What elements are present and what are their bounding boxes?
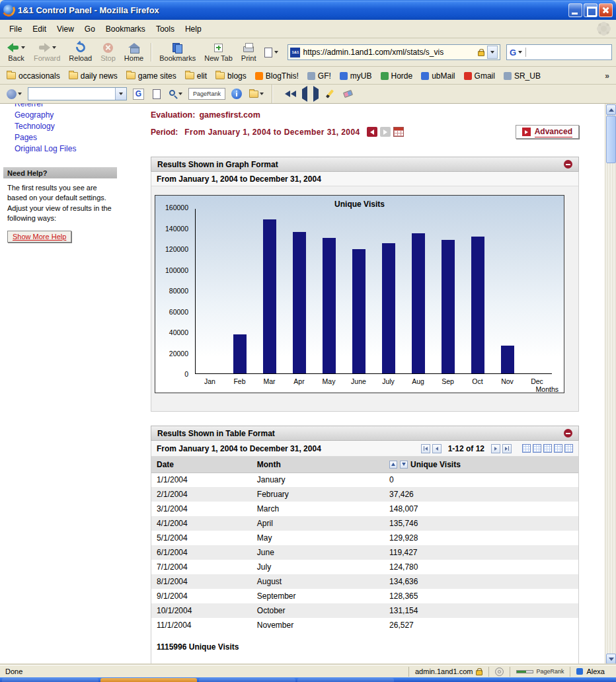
previous-period-button[interactable] <box>367 127 377 137</box>
sidebar-item-pages[interactable]: Pages <box>0 132 120 143</box>
next-period-button[interactable] <box>380 127 391 137</box>
sidebar-item-referrer[interactable]: Referrer <box>0 104 120 109</box>
last-page-button[interactable] <box>502 444 512 453</box>
proxy-status-icon[interactable] <box>495 667 504 676</box>
taskbar-button[interactable] <box>297 678 394 682</box>
pagerank-status[interactable]: PageRank <box>516 668 564 675</box>
menu-go[interactable]: Go <box>79 22 100 36</box>
home-button[interactable]: Home <box>121 39 147 65</box>
google-icon: G <box>133 89 144 100</box>
eraser-button[interactable] <box>341 87 354 101</box>
menu-help[interactable]: Help <box>180 22 207 36</box>
scroll-down-button[interactable] <box>606 654 616 664</box>
google-search-icon: G <box>510 48 516 57</box>
cell-date: 7/1/2004 <box>151 560 252 574</box>
menu-bookmarks[interactable]: Bookmarks <box>100 22 151 36</box>
vertical-scrollbar[interactable] <box>605 104 616 665</box>
scroll-up-button[interactable] <box>606 104 616 115</box>
menu-edit[interactable]: Edit <box>27 22 52 36</box>
extension-combobox[interactable] <box>28 87 127 100</box>
taskbar-button-active[interactable] <box>100 678 197 682</box>
column-header-month[interactable]: Month <box>252 457 384 473</box>
rewind-button[interactable] <box>302 89 307 98</box>
menu-tools[interactable]: Tools <box>151 22 180 36</box>
rewind-all-button[interactable] <box>285 91 296 97</box>
page-info-button[interactable] <box>150 87 163 101</box>
next-page-button[interactable] <box>491 444 500 453</box>
close-button[interactable] <box>599 3 613 17</box>
cell-month: January <box>252 473 384 487</box>
search-text-area[interactable] <box>525 48 609 57</box>
menu-view[interactable]: View <box>52 22 79 36</box>
bookmarks-button[interactable]: Bookmarks <box>156 39 199 65</box>
print-button[interactable]: Print <box>238 39 260 65</box>
bookmark-gf[interactable]: GF! <box>307 71 331 81</box>
period-line: Period: From January 1, 2004 to December… <box>151 127 579 137</box>
highlighter-button[interactable] <box>323 87 336 101</box>
forward-step-button[interactable] <box>313 89 319 98</box>
view-option-icon[interactable] <box>564 444 573 453</box>
column-header-visits[interactable]: Unique Visits <box>384 457 578 473</box>
bookmarks-toolbar: occasionalsdaily newsgame siteselitblogs… <box>0 67 616 85</box>
bar-slot <box>255 219 285 373</box>
table-row: 7/1/2004July124,780 <box>151 560 578 574</box>
collapse-table-button[interactable] <box>564 429 572 437</box>
chart-y-axis: 0200004000060000800001000001200001400001… <box>155 209 192 374</box>
sidebar-item-technology[interactable]: Technology <box>0 120 120 132</box>
bookmark-blogs[interactable]: blogs <box>215 71 247 81</box>
calendar-icon[interactable] <box>393 127 404 137</box>
collapse-graph-button[interactable] <box>564 160 572 169</box>
bookmark-gmail[interactable]: Gmail <box>464 71 495 81</box>
scrollbar-thumb[interactable] <box>606 116 616 163</box>
reload-button[interactable]: Reload <box>65 39 95 65</box>
forward-label: Forward <box>34 54 60 62</box>
sort-ascending-icon[interactable] <box>389 461 397 469</box>
previous-page-button[interactable] <box>432 444 442 453</box>
bookmark-sr-ub[interactable]: SR_UB <box>504 71 541 81</box>
bookmark-occasionals[interactable]: occasionals <box>7 71 60 81</box>
bookmark-elit[interactable]: elit <box>185 71 207 81</box>
bookmarks-overflow-chevron[interactable]: » <box>605 71 609 81</box>
sidebar-item-geography[interactable]: Geography <box>0 109 120 120</box>
bookmark-ubmail[interactable]: ubMail <box>421 71 455 81</box>
view-option-icon[interactable] <box>522 444 531 453</box>
search-engine-dropdown-icon[interactable] <box>518 51 522 54</box>
bar-slot <box>492 346 522 373</box>
minimize-button[interactable] <box>568 3 582 17</box>
google-toolbar-button[interactable]: G <box>132 87 145 101</box>
url-bar[interactable]: 1&1 https://admin.1and1.com/xml/stats/s_… <box>288 44 500 60</box>
sort-descending-icon[interactable] <box>400 461 408 469</box>
sidebar-item-original-log-files[interactable]: Original Log Files <box>0 143 120 154</box>
taskbar-button[interactable] <box>2 678 98 682</box>
bookmark-horde[interactable]: Horde <box>381 71 413 81</box>
bookmark-game-sites[interactable]: game sites <box>126 71 176 81</box>
first-page-button[interactable] <box>421 444 430 453</box>
bookmark-blogthis[interactable]: BlogThis! <box>255 71 299 81</box>
bookmark-myub[interactable]: myUB <box>340 71 372 81</box>
stop-button[interactable]: Stop <box>97 39 119 65</box>
column-header-date[interactable]: Date <box>151 457 252 473</box>
combobox-dropdown-button[interactable] <box>115 88 126 100</box>
search-input[interactable]: G <box>506 44 612 60</box>
maximize-button[interactable] <box>584 3 597 17</box>
extra-tool-button[interactable] <box>261 39 282 65</box>
menu-file[interactable]: File <box>4 22 27 36</box>
chevron-down-icon <box>119 93 123 95</box>
search-site-button[interactable] <box>168 87 184 101</box>
extension-menu-button[interactable] <box>5 87 23 101</box>
new-tab-button[interactable]: New Tab <box>201 39 236 65</box>
folder-tools-button[interactable] <box>248 87 265 101</box>
show-more-help-button[interactable]: Show More Help <box>7 231 71 243</box>
forward-button[interactable]: Forward <box>30 39 63 65</box>
url-input[interactable]: https://admin.1and1.com/xml/stats/s_vis <box>303 48 475 57</box>
pagerank-indicator[interactable]: PageRank <box>188 88 225 100</box>
back-button[interactable]: Back <box>4 39 28 65</box>
advanced-button[interactable]: Advanced <box>516 125 579 139</box>
view-option-icon[interactable] <box>543 444 552 453</box>
cell-visits: 124,780 <box>384 560 578 574</box>
view-option-icon[interactable] <box>533 444 541 453</box>
bookmark-daily-news[interactable]: daily news <box>69 71 118 81</box>
info-button[interactable] <box>230 87 243 101</box>
taskbar-button[interactable] <box>199 678 295 682</box>
view-option-icon[interactable] <box>554 444 562 453</box>
